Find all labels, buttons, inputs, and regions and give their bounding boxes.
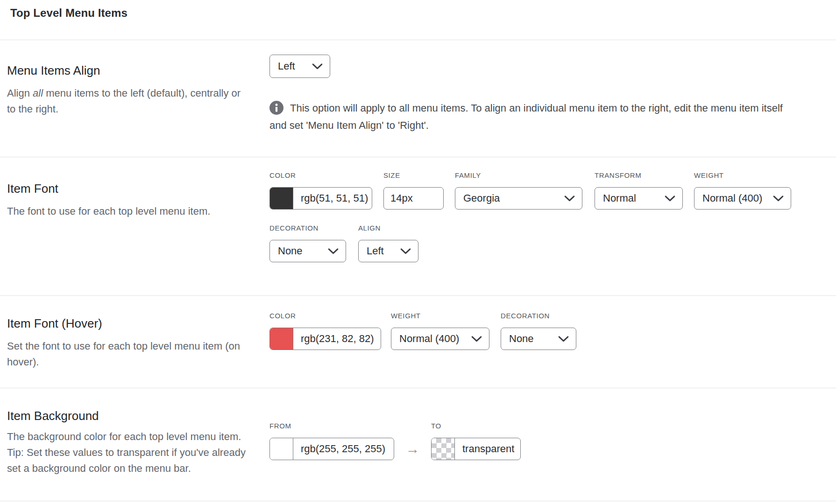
item-font-family-select[interactable]: Georgia	[455, 187, 582, 210]
setting-description: Align all menu items to the left (defaul…	[7, 85, 246, 117]
chevron-down-icon	[665, 196, 675, 202]
item-font-align-select[interactable]: Left	[358, 240, 418, 262]
item-font-size-input[interactable]	[383, 187, 444, 210]
field-label-weight: WEIGHT	[391, 312, 489, 320]
field-label-size: SIZE	[383, 171, 444, 180]
setting-title-item-font-hover: Item Font (Hover)	[7, 316, 269, 331]
chevron-down-icon	[558, 336, 569, 342]
field-label-family: FAMILY	[455, 171, 582, 180]
section-header: Top Level Menu Items	[0, 0, 836, 40]
align-value: Left	[367, 245, 384, 257]
setting-description: The background color for each top level …	[7, 429, 246, 476]
color-swatch	[270, 328, 293, 350]
weight-value: Normal (400)	[702, 192, 762, 204]
color-value: rgb(231, 82, 82)	[293, 333, 381, 345]
transparency-checker-swatch	[432, 438, 455, 460]
field-label-color: COLOR	[269, 312, 381, 320]
item-font-hover-color-picker[interactable]: rgb(231, 82, 82)	[269, 328, 381, 350]
setting-title-item-background: Item Background	[7, 408, 269, 423]
menu-items-align-value: Left	[278, 60, 295, 72]
field-label-transform: TRANSFORM	[595, 171, 683, 180]
weight-value: Normal (400)	[399, 333, 459, 345]
item-font-hover-weight-select[interactable]: Normal (400)	[391, 328, 489, 350]
item-font-transform-select[interactable]: Normal	[595, 187, 683, 210]
chevron-down-icon	[564, 196, 575, 202]
field-label-decoration: DECORATION	[501, 312, 576, 320]
decoration-value: None	[509, 333, 534, 345]
field-label-from: FROM	[269, 422, 394, 430]
setting-description: Set the font to use for each top level m…	[7, 338, 246, 370]
color-value: transparent	[455, 443, 521, 455]
chevron-down-icon	[471, 336, 482, 342]
setting-row-item-background: Item Background The background color for…	[0, 388, 836, 501]
field-label-align: ALIGN	[358, 224, 418, 232]
setting-title-menu-items-align: Menu Items Align	[7, 63, 269, 78]
chevron-down-icon	[400, 248, 411, 254]
info-note: This option will apply to all menu items…	[269, 99, 836, 134]
setting-row-item-font-hover: Item Font (Hover) Set the font to use fo…	[0, 296, 836, 388]
field-label-to: TO	[431, 422, 521, 430]
info-note-line2: and set 'Menu Item Align' to 'Right'.	[269, 117, 836, 134]
item-background-to-picker[interactable]: transparent	[431, 438, 521, 460]
item-background-from-picker[interactable]: rgb(255, 255, 255)	[269, 438, 394, 460]
color-value: rgb(51, 51, 51)	[293, 192, 372, 204]
family-value: Georgia	[463, 192, 500, 204]
chevron-down-icon	[312, 63, 323, 70]
color-swatch	[270, 438, 293, 460]
transform-value: Normal	[603, 192, 636, 204]
field-label-weight: WEIGHT	[694, 171, 791, 180]
arrow-right-icon: →	[394, 438, 431, 460]
color-value: rgb(255, 255, 255)	[293, 443, 393, 455]
chevron-down-icon	[328, 248, 339, 254]
setting-description: The font to use for each top level menu …	[7, 203, 246, 219]
setting-row-item-font: Item Font The font to use for each top l…	[0, 157, 836, 296]
setting-title-item-font: Item Font	[7, 181, 269, 196]
page-title: Top Level Menu Items	[10, 7, 836, 20]
setting-row-menu-items-align: Menu Items Align Align all menu items to…	[0, 40, 836, 157]
color-swatch	[270, 188, 293, 209]
menu-items-align-select[interactable]: Left	[269, 55, 330, 78]
item-font-weight-select[interactable]: Normal (400)	[694, 187, 791, 210]
chevron-down-icon	[773, 196, 784, 202]
info-note-line1: This option will apply to all menu items…	[290, 102, 783, 114]
field-label-decoration: DECORATION	[269, 224, 346, 232]
item-font-hover-decoration-select[interactable]: None	[501, 328, 576, 350]
decoration-value: None	[278, 245, 303, 257]
info-icon	[269, 101, 283, 115]
item-font-color-picker[interactable]: rgb(51, 51, 51)	[269, 187, 372, 210]
field-label-color: COLOR	[269, 171, 372, 180]
item-font-decoration-select[interactable]: None	[269, 240, 346, 262]
